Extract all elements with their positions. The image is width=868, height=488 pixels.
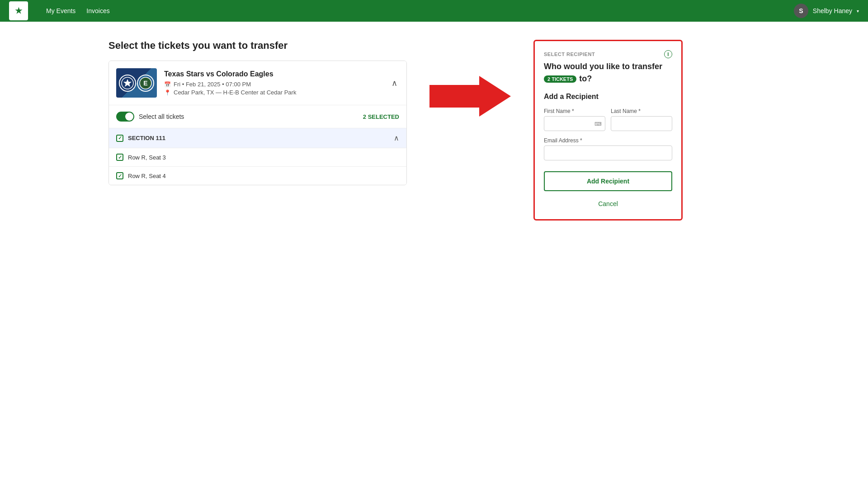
page-title: Select the tickets you want to transfer [108,40,407,52]
checkbox-check-icon: ✓ [118,135,122,141]
recipient-title-prefix: Who would you like to transfer [544,62,662,71]
event-header: E Texas Stars vs Colorado Eagles 📅 Fri •… [109,61,406,105]
event-meta: 📅 Fri • Feb 21, 2025 • 07:00 PM 📍 Cedar … [164,81,382,96]
location-icon: 📍 [164,89,171,96]
keyboard-icon: ⌨ [594,121,602,127]
nav-my-events[interactable]: My Events [46,7,75,14]
first-name-label: First Name * [544,108,605,114]
main-content: Select the tickets you want to transfer [0,22,868,239]
team-eagles-logo: E [137,75,154,92]
recipient-section-label: SELECT RECIPIENT i [544,50,672,58]
user-area: S Shelby Haney ▾ [794,4,859,18]
event-title: Texas Stars vs Colorado Eagles [164,70,382,78]
svg-marker-4 [429,76,511,117]
first-name-input-wrapper: ⌨ [544,116,605,131]
event-location: Cedar Park, TX — H-E-B Center at Cedar P… [174,89,296,96]
add-recipient-button[interactable]: Add Recipient [544,171,672,191]
add-recipient-title: Add a Recipient [544,93,672,101]
first-name-group: First Name * ⌨ [544,108,605,131]
logo-star-icon: ★ [15,6,22,16]
ticket-section: Select the tickets you want to transfer [108,40,407,185]
select-all-label: Select all tickets [139,113,184,120]
select-all-toggle[interactable] [116,112,134,122]
svg-text:E: E [143,80,147,87]
red-arrow-icon [429,76,511,117]
checkbox-check-icon-1: ✓ [118,155,122,160]
event-location-row: 📍 Cedar Park, TX — H-E-B Center at Cedar… [164,89,382,96]
arrow-container [425,76,515,117]
header: ★ My Events Invoices S Shelby Haney ▾ [0,0,868,22]
seat-checkbox-1[interactable]: ✓ [116,154,123,161]
seat-row-1: ✓ Row R, Seat 3 [109,148,406,167]
user-name: Shelby Haney [813,7,852,14]
name-form-row: First Name * ⌨ Last Name * [544,108,672,131]
section-collapse-icon[interactable]: ∧ [394,134,399,142]
event-date-row: 📅 Fri • Feb 21, 2025 • 07:00 PM [164,81,382,88]
tickets-count-badge: 2 TICKETS [544,75,576,83]
chevron-down-icon[interactable]: ▾ [857,9,859,14]
last-name-input[interactable] [611,116,672,131]
calendar-icon: 📅 [164,81,171,88]
seat-label-1: Row R, Seat 3 [128,154,166,161]
event-date: Fri • Feb 21, 2025 • 07:00 PM [174,81,251,88]
event-info: Texas Stars vs Colorado Eagles 📅 Fri • F… [164,70,382,96]
section-row[interactable]: ✓ SECTION 111 ∧ [109,128,406,148]
recipient-title-suffix: to? [579,74,592,84]
select-all-row: Select all tickets 2 SELECTED [109,105,406,128]
recipient-panel: SELECT RECIPIENT i Who would you like to… [533,40,683,221]
section-label: SECTION 111 [128,135,165,141]
logo: ★ [9,1,28,20]
email-form-group: Email Address * [544,137,672,160]
cancel-button[interactable]: Cancel [544,197,672,210]
event-image: E [116,68,157,98]
seat-checkbox-2[interactable]: ✓ [116,172,123,179]
section-checkbox[interactable]: ✓ [116,135,123,142]
info-icon[interactable]: i [664,50,672,58]
seat-label-2: Row R, Seat 4 [128,173,166,179]
team-stars-logo [119,75,136,92]
event-card: E Texas Stars vs Colorado Eagles 📅 Fri •… [108,61,407,185]
toggle-knob [125,113,133,121]
nav-invoices[interactable]: Invoices [86,7,109,14]
recipient-title: Who would you like to transfer 2 TICKETS… [544,62,672,84]
seat-row-2: ✓ Row R, Seat 4 [109,167,406,185]
email-input[interactable] [544,145,672,160]
selected-count-badge: 2 SELECTED [363,113,399,120]
last-name-label: Last Name * [611,108,672,114]
event-collapse-button[interactable]: ∧ [390,76,399,90]
main-nav: My Events Invoices [46,7,110,14]
email-label: Email Address * [544,137,672,144]
checkbox-check-icon-2: ✓ [118,173,122,179]
user-avatar: S [794,4,808,18]
last-name-group: Last Name * [611,108,672,131]
